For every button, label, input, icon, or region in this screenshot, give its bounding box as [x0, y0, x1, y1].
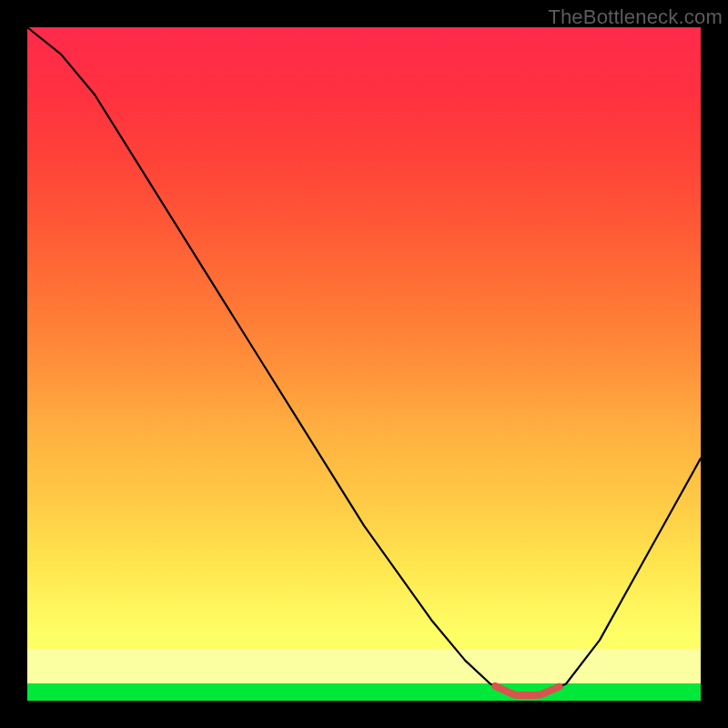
curve-path [27, 27, 701, 695]
bottleneck-curve [27, 27, 701, 701]
curve-highlight [495, 686, 559, 695]
chart-container: TheBottleneck.com [0, 0, 728, 728]
watermark-text: TheBottleneck.com [548, 5, 723, 29]
plot-area [27, 27, 701, 701]
